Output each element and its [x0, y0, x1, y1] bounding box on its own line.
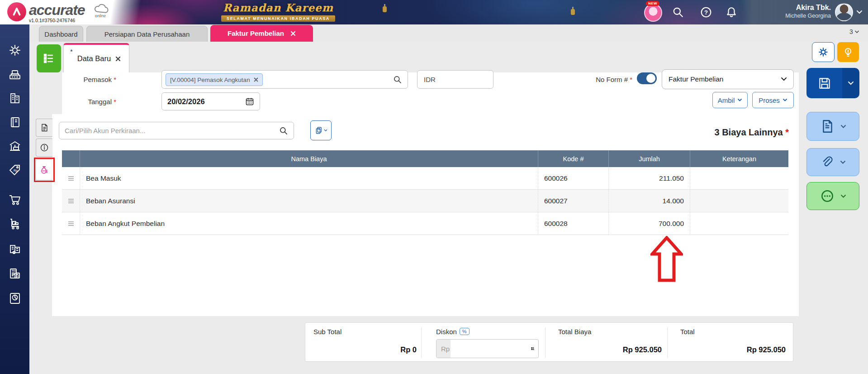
pemasok-field[interactable]: [V.00004] Pemasok Angkutan	[161, 70, 408, 89]
proses-button[interactable]: Proses	[752, 92, 794, 108]
brand-area: accurate online v1.0.1#3750-2476746	[0, 0, 149, 24]
pemasok-chip[interactable]: [V.00004] Pemasok Angkutan	[166, 73, 263, 86]
biaya-table: Nama Biaya Kode # Jumlah Keterangan Bea …	[62, 150, 788, 235]
proses-label: Proses	[759, 96, 780, 104]
save-options-button[interactable]	[842, 68, 859, 98]
required-marker: *	[114, 76, 116, 83]
sidebar-fixed-asset-icon[interactable]	[6, 240, 23, 257]
save-split-button[interactable]	[806, 68, 859, 98]
doc-type-select[interactable]: Faktur Pembelian	[662, 69, 794, 89]
cell-keterangan[interactable]	[690, 167, 788, 189]
user-menu-chevron-icon[interactable]	[856, 10, 863, 15]
column-header-nama-biaya[interactable]: Nama Biaya	[80, 150, 538, 167]
copy-rows-button[interactable]	[310, 120, 332, 140]
total-biaya-value: Rp 925.050	[558, 345, 662, 354]
print-document-button[interactable]	[806, 112, 859, 141]
table-row[interactable]: Bea Masuk 600026 211.050	[62, 167, 788, 190]
search-icon[interactable]	[393, 75, 402, 84]
chevron-down-icon	[737, 98, 742, 102]
sidebar-bank-cash-icon[interactable]	[6, 138, 23, 154]
list-view-button[interactable]	[37, 44, 61, 72]
currency-field[interactable]: IDR	[417, 70, 493, 89]
gear-icon	[818, 47, 829, 58]
sidebar-company-icon[interactable]	[6, 90, 23, 106]
help-icon[interactable]: ?	[700, 6, 712, 18]
chevron-down-icon	[854, 30, 859, 34]
cell-nama[interactable]: Bea Masuk	[80, 167, 538, 189]
sidebar-purchase-cart-icon[interactable]	[6, 191, 23, 208]
svg-text:Rp: Rp	[14, 169, 18, 173]
total-value: Rp 925.050	[680, 345, 786, 354]
biaya-lainnya-heading: 3 Biaya Lainnya *	[588, 127, 789, 138]
required-marker: *	[785, 127, 789, 137]
cell-kode[interactable]: 600026	[538, 167, 609, 189]
global-search-icon[interactable]	[672, 6, 684, 18]
tab-faktur-pembelian[interactable]: Faktur Pembelian	[210, 25, 313, 42]
sidebar-inventory-trolley-icon[interactable]	[6, 216, 23, 232]
diskon-currency-prefix: Rp	[436, 340, 451, 358]
cloud-icon	[93, 4, 111, 14]
drag-handle-icon[interactable]	[62, 167, 80, 189]
tab-data-baru[interactable]: * Data Baru	[63, 43, 129, 72]
more-actions-button[interactable]	[806, 182, 859, 210]
column-header-kode[interactable]: Kode #	[538, 150, 609, 167]
drag-handle-icon[interactable]	[62, 190, 80, 212]
sidebar-cash-register-icon[interactable]	[6, 66, 23, 82]
detail-tab-info[interactable]	[36, 139, 52, 157]
cell-jumlah[interactable]: 14.000	[609, 190, 690, 212]
cell-keterangan[interactable]	[690, 212, 788, 235]
tab-dashboard[interactable]: Dashboard	[39, 26, 83, 42]
akun-search-field[interactable]	[59, 122, 294, 139]
lightbulb-icon	[843, 47, 854, 58]
tanggal-field[interactable]: 20/02/2026	[161, 92, 260, 110]
sidebar-tax-icon[interactable]: TAX	[6, 265, 23, 282]
calculator-icon[interactable]	[531, 345, 535, 353]
no-form-label: No Form # *	[561, 76, 632, 83]
tab-overflow-number: 3	[849, 28, 853, 35]
sidebar-settings-gear-icon[interactable]	[6, 42, 23, 58]
diskon-label: Diskon%	[436, 328, 470, 336]
no-form-toggle[interactable]	[637, 72, 657, 84]
whats-new-avatar[interactable]	[644, 4, 662, 22]
ambil-button[interactable]: Ambil	[712, 92, 748, 108]
calendar-icon[interactable]	[245, 97, 254, 106]
remove-chip-icon[interactable]	[254, 77, 258, 82]
diskon-input[interactable]	[451, 340, 531, 358]
cell-nama[interactable]: Beban Asuransi	[80, 190, 538, 212]
drag-handle-icon[interactable]	[62, 212, 80, 235]
cell-jumlah[interactable]: 700.000	[609, 212, 690, 235]
cell-kode[interactable]: 600028	[538, 212, 609, 235]
attachments-button[interactable]	[806, 148, 859, 176]
cell-keterangan[interactable]	[690, 190, 788, 212]
annotation-highlight-box	[34, 158, 55, 182]
lantern-decoration-icon	[571, 9, 575, 15]
cell-kode[interactable]: 600027	[538, 190, 609, 212]
cell-nama[interactable]: Beban Angkut Pembelian	[80, 212, 538, 235]
table-row[interactable]: Beban Angkut Pembelian 600028 700.000	[62, 212, 788, 235]
cell-jumlah[interactable]: 211.050	[609, 167, 690, 189]
sidebar-journal-book-icon[interactable]	[6, 114, 23, 130]
column-header-keterangan[interactable]: Keterangan	[690, 150, 788, 167]
akun-search-input[interactable]	[65, 127, 279, 134]
sidebar-price-tag-rp-icon[interactable]: Rp	[6, 162, 23, 178]
detail-tab-document[interactable]	[36, 119, 52, 137]
close-icon[interactable]	[290, 31, 296, 36]
form-settings-button[interactable]	[812, 42, 835, 62]
percent-badge[interactable]: %	[460, 328, 470, 335]
tips-button[interactable]	[837, 42, 859, 62]
accurate-logo-icon	[7, 2, 26, 21]
svg-text:?: ?	[704, 9, 708, 16]
tab-label: Dashboard	[44, 30, 77, 38]
search-icon[interactable]	[279, 126, 288, 135]
save-button[interactable]	[806, 68, 842, 98]
pemasok-label: Pemasok *	[45, 76, 116, 83]
sidebar-report-icon[interactable]	[6, 290, 23, 307]
table-row[interactable]: Beban Asuransi 600027 14.000	[62, 190, 788, 212]
column-header-jumlah[interactable]: Jumlah	[609, 150, 690, 167]
tab-overflow-count[interactable]: 3	[849, 28, 859, 35]
close-icon[interactable]	[115, 56, 121, 62]
diskon-field[interactable]: Rp	[436, 339, 539, 358]
tab-persiapan-data-perusahaan[interactable]: Persiapan Data Perusahaan	[86, 26, 208, 42]
user-avatar[interactable]	[835, 3, 853, 21]
notifications-bell-icon[interactable]	[726, 6, 737, 18]
